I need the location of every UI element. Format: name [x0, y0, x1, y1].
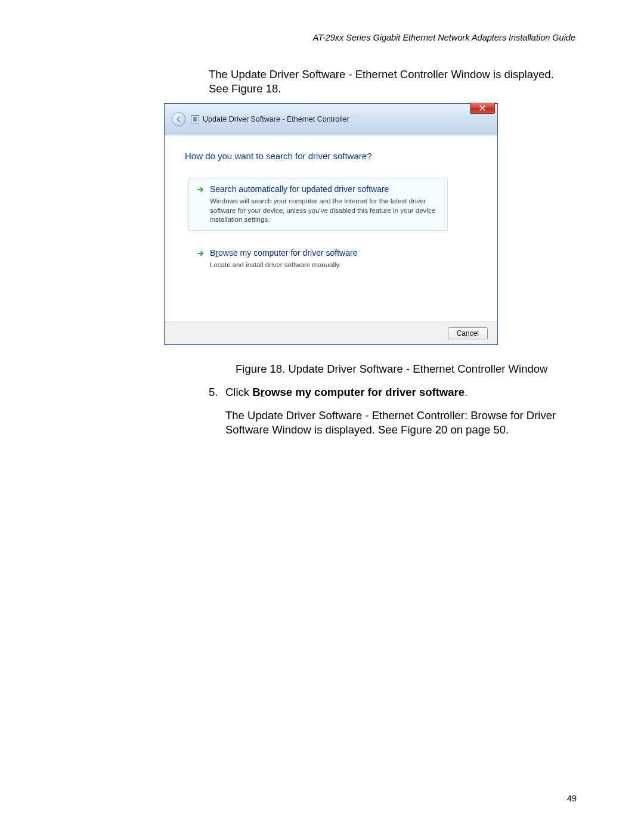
dialog-footer: Cancel: [165, 321, 497, 344]
page-header: AT-29xx Series Gigabit Ethernet Network …: [313, 33, 575, 42]
close-icon: [479, 105, 485, 111]
figure-caption: Figure 18. Update Driver Software - Ethe…: [236, 363, 547, 376]
dialog-title: Update Driver Software - Ethernet Contro…: [203, 115, 349, 123]
dialog-question: How do you want to search for driver sof…: [185, 151, 477, 161]
back-arrow-icon: [175, 116, 182, 123]
follow-paragraph: The Update Driver Software - Ethernet Co…: [225, 408, 577, 437]
option1-description: Windows will search your computer and th…: [210, 197, 439, 225]
step-5: 5. Click Browse my computer for driver s…: [209, 386, 467, 399]
intro-paragraph-container: The Update Driver Software - Ethernet Co…: [209, 67, 575, 96]
dialog-body: How do you want to search for driver sof…: [165, 135, 497, 321]
page-number: 49: [567, 794, 577, 803]
intro-paragraph: The Update Driver Software - Ethernet Co…: [209, 67, 575, 96]
arrow-right-icon: [197, 249, 205, 260]
back-button[interactable]: [172, 112, 186, 126]
option-browse-computer[interactable]: Browse my computer for driver software L…: [188, 241, 448, 276]
dialog-titlebar: Update Driver Software - Ethernet Contro…: [165, 104, 497, 135]
option-search-automatically[interactable]: Search automatically for updated driver …: [188, 178, 448, 231]
device-icon: [191, 115, 199, 123]
option1-title: Search automatically for updated driver …: [210, 184, 389, 194]
dialog-window: Update Driver Software - Ethernet Contro…: [164, 103, 498, 345]
option2-description: Locate and install driver software manua…: [210, 261, 439, 270]
close-button[interactable]: [470, 103, 495, 114]
cancel-button[interactable]: Cancel: [448, 327, 488, 339]
step-text: Click Browse my computer for driver soft…: [225, 386, 467, 399]
option2-title: Browse my computer for driver software: [210, 247, 357, 258]
step-number: 5.: [209, 386, 225, 399]
arrow-right-icon: [197, 185, 205, 196]
